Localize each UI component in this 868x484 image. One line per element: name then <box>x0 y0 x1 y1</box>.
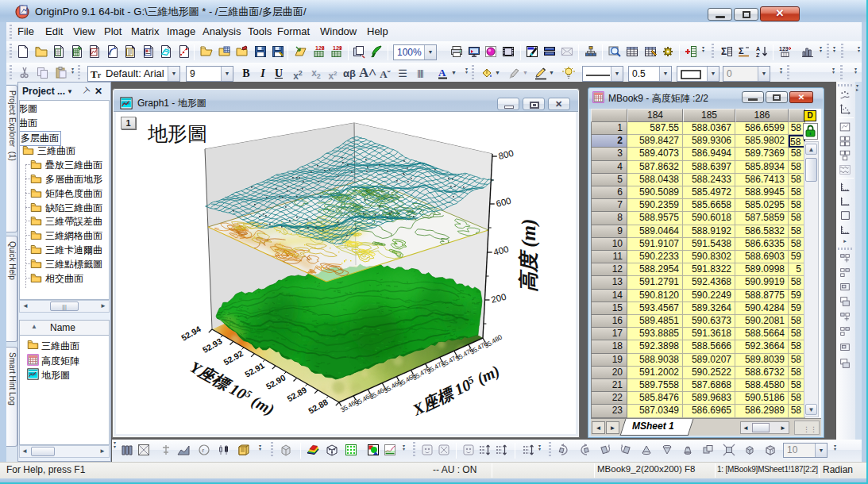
svg-text:52.88: 52.88 <box>307 397 330 416</box>
svg-text:Z: Z <box>756 52 760 58</box>
svg-text:52.90: 52.90 <box>264 372 287 391</box>
svg-text:地形圖: 地形圖 <box>148 123 207 144</box>
svg-text:Σ: Σ <box>721 46 727 57</box>
svg-text:A: A <box>756 46 760 52</box>
svg-text:52.91: 52.91 <box>243 360 266 379</box>
svg-text:123: 123 <box>779 46 789 52</box>
svg-text:200: 200 <box>490 292 507 305</box>
svg-text:600: 600 <box>495 196 512 209</box>
svg-text:52.94: 52.94 <box>179 324 203 343</box>
svg-text:52.89: 52.89 <box>285 385 308 404</box>
svg-text:52.92: 52.92 <box>222 348 245 367</box>
svg-text:Σ: Σ <box>739 46 744 56</box>
svg-text:A: A <box>438 67 446 79</box>
svg-text:52.93: 52.93 <box>201 336 224 355</box>
svg-text:高度 (m): 高度 (m) <box>518 219 540 292</box>
svg-text:35.480: 35.480 <box>483 332 503 349</box>
svg-text:800: 800 <box>497 148 515 161</box>
svg-text:400: 400 <box>492 244 510 257</box>
svg-text:r: r <box>203 447 205 454</box>
